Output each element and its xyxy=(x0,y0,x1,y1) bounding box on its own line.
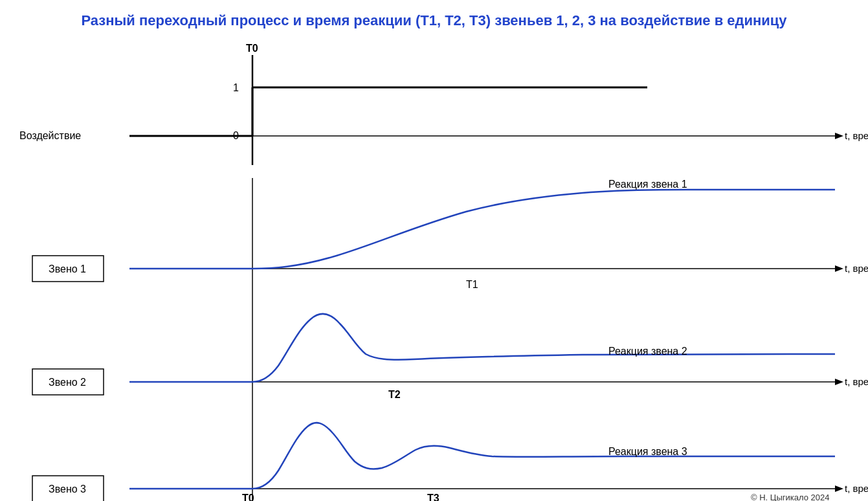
copyright-label: © Н. Цыгикало 2024 xyxy=(751,493,829,501)
t1-label: T1 xyxy=(466,279,478,290)
svg-marker-18 xyxy=(835,485,843,492)
reaction3-label: Реакция звена 3 xyxy=(608,446,687,457)
t-vremya-1: t, время xyxy=(845,130,868,141)
t0-bottom-label: T0 xyxy=(242,493,254,501)
page-title: Разный переходный процесс и время реакци… xyxy=(0,0,868,36)
t-vremya-2: t, время xyxy=(845,263,868,274)
t-vremya-3: t, время xyxy=(845,376,868,387)
svg-marker-2 xyxy=(835,133,843,139)
zveno1-label: Звено 1 xyxy=(49,263,86,274)
zero-label: 0 xyxy=(233,130,239,141)
t-vremya-4: t, время xyxy=(845,483,868,494)
zveno2-label: Звено 2 xyxy=(49,377,86,388)
svg-marker-13 xyxy=(835,379,843,385)
svg-marker-8 xyxy=(835,265,843,272)
reaction1-label: Реакция звена 1 xyxy=(608,179,687,190)
one-label: 1 xyxy=(233,82,239,93)
zveno3-label: Звено 3 xyxy=(49,484,86,495)
t2-label: T2 xyxy=(388,389,401,400)
t3-label: T3 xyxy=(427,493,440,501)
vozdeystvie-label: Воздействие xyxy=(19,130,81,141)
t0-top-label: T0 xyxy=(246,43,258,54)
reaction2-label: Реакция звена 2 xyxy=(608,346,687,357)
